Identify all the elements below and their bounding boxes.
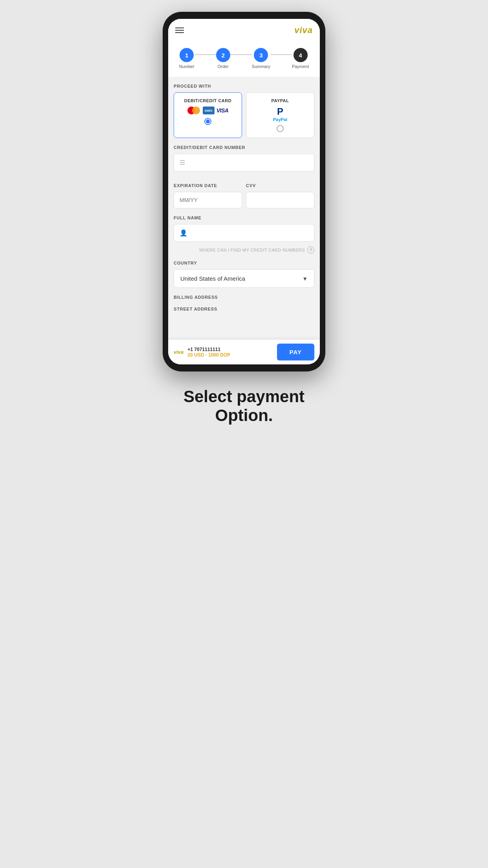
- street-label: STREET ADDRESS: [174, 307, 314, 311]
- card-logos: AMEX VISA: [187, 106, 229, 115]
- step-circle-3: 3: [254, 48, 268, 62]
- bottom-bar: viva +1 7071111111 20 USD - 1000 DOP PAY: [168, 340, 320, 364]
- pay-button[interactable]: PAY: [277, 344, 314, 360]
- country-dropdown[interactable]: United States of America ▼: [174, 269, 314, 288]
- step-label-4: Payment: [292, 64, 309, 69]
- hamburger-menu[interactable]: [175, 28, 184, 33]
- bottom-viva-logo: viva: [174, 349, 183, 355]
- amex-icon: AMEX: [203, 107, 215, 114]
- chevron-down-icon: ▼: [302, 276, 308, 282]
- debit-radio[interactable]: [204, 118, 211, 125]
- help-link[interactable]: WHERE CAN I FIND MY CREDIT CARD NUMBERS …: [174, 246, 314, 254]
- phone-screen: viva 1 Number 2 Order 3 Summary: [168, 19, 320, 364]
- card-icon: ☰: [180, 159, 185, 166]
- step-4: 4 Payment: [292, 48, 309, 69]
- step-3: 3 Summary: [252, 48, 270, 69]
- step-label-1: Number: [179, 64, 194, 69]
- bottom-spacer: [174, 315, 314, 341]
- help-icon[interactable]: ?: [307, 246, 314, 254]
- step-label-2: Order: [218, 64, 229, 69]
- bottom-phone: +1 7071111111: [187, 347, 230, 352]
- card-number-input[interactable]: [189, 160, 308, 166]
- main-content: PROCEED WITH DEBIT/CREDIT CARD AMEX VISA: [168, 84, 320, 341]
- card-number-field[interactable]: ☰: [174, 154, 314, 171]
- country-value: United States of America: [180, 275, 245, 282]
- card-number-label: CREDIT/DEBIT CARD NUMBER: [174, 145, 314, 150]
- paypal-logo: P PayPal: [273, 106, 287, 122]
- billing-label: BILLING ADDRESS: [174, 295, 314, 300]
- step-line-1: [194, 54, 216, 55]
- visa-icon: VISA: [216, 107, 229, 114]
- expiry-cvv-row: EXPIRATION DATE CVV: [174, 176, 314, 208]
- tagline-section: Select payment Option.: [163, 371, 325, 445]
- country-label: COUNTRY: [174, 261, 314, 265]
- cvv-label: CVV: [246, 183, 314, 188]
- bottom-amount: 20 USD - 1000 DOP: [187, 352, 230, 358]
- step-line-2: [230, 54, 252, 55]
- paypal-radio[interactable]: [277, 125, 284, 132]
- payment-options: DEBIT/CREDIT CARD AMEX VISA PAYPAL: [174, 92, 314, 138]
- tagline-text: Select payment Option.: [172, 387, 316, 425]
- full-name-label: FULL NAME: [174, 215, 314, 220]
- step-label-3: Summary: [252, 64, 270, 69]
- step-line-3: [270, 54, 292, 55]
- step-circle-1: 1: [180, 48, 194, 62]
- bottom-info: viva +1 7071111111 20 USD - 1000 DOP: [174, 347, 230, 358]
- paypal-option[interactable]: PAYPAL P PayPal: [246, 92, 314, 138]
- tagline-line1: Select payment: [183, 387, 305, 406]
- step-circle-2: 2: [216, 48, 230, 62]
- amount-dop: 1000 DOP: [208, 352, 230, 358]
- full-name-field[interactable]: 👤: [174, 224, 314, 242]
- debit-credit-label: DEBIT/CREDIT CARD: [184, 98, 231, 103]
- app-header: viva: [168, 19, 320, 42]
- bottom-details: +1 7071111111 20 USD - 1000 DOP: [187, 347, 230, 358]
- full-name-input[interactable]: [191, 230, 308, 236]
- expiry-label: EXPIRATION DATE: [174, 183, 242, 188]
- cvv-field[interactable]: [246, 192, 314, 208]
- mastercard-icon: [187, 106, 201, 115]
- tagline-line2: Option.: [215, 406, 273, 425]
- stepper: 1 Number 2 Order 3 Summary 4 Payment: [168, 42, 320, 77]
- cvv-input[interactable]: [252, 197, 308, 203]
- help-link-text: WHERE CAN I FIND MY CREDIT CARD NUMBERS: [199, 248, 305, 252]
- app-container: viva 1 Number 2 Order 3 Summary: [168, 19, 320, 364]
- expiry-field[interactable]: [174, 192, 242, 208]
- amount-label: 20 USD -: [187, 352, 207, 358]
- debit-credit-option[interactable]: DEBIT/CREDIT CARD AMEX VISA: [174, 92, 242, 138]
- expiry-input[interactable]: [180, 197, 236, 203]
- phone-mockup: viva 1 Number 2 Order 3 Summary: [163, 12, 325, 371]
- person-icon: 👤: [180, 229, 187, 237]
- step-2: 2 Order: [216, 48, 230, 69]
- proceed-with-label: PROCEED WITH: [174, 84, 314, 88]
- step-circle-4: 4: [294, 48, 308, 62]
- paypal-label: PAYPAL: [272, 98, 289, 103]
- viva-logo: viva: [294, 25, 313, 35]
- step-1: 1 Number: [179, 48, 194, 69]
